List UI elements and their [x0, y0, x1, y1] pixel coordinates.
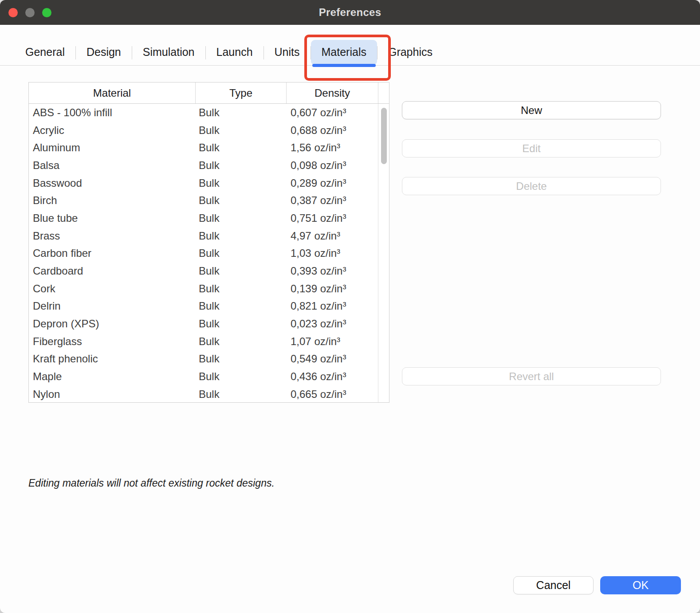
- cell-density: 1,56 oz/in³: [287, 141, 389, 154]
- revert-all-button[interactable]: Revert all: [402, 367, 661, 385]
- tab-launch[interactable]: Launch: [206, 40, 263, 65]
- table-row[interactable]: ABS - 100% infillBulk0,607 oz/in³: [29, 104, 389, 122]
- edit-button[interactable]: Edit: [402, 139, 661, 157]
- column-header-material: Material: [29, 83, 196, 103]
- column-header-type: Type: [196, 83, 287, 103]
- cell-material: Delrin: [29, 300, 196, 312]
- cell-type: Bulk: [196, 141, 287, 154]
- materials-note: Editing materials will not affect existi…: [28, 477, 275, 489]
- cell-density: 0,387 oz/in³: [287, 194, 389, 207]
- tab-bar: GeneralDesignSimulationLaunchUnitsMateri…: [0, 25, 700, 66]
- minimize-icon[interactable]: [25, 8, 35, 17]
- table-row[interactable]: NylonBulk0,665 oz/in³: [29, 385, 389, 402]
- cell-material: Blue tube: [29, 212, 196, 224]
- cell-material: Brass: [29, 230, 196, 242]
- cell-material: Maple: [29, 370, 196, 383]
- tab-design[interactable]: Design: [76, 40, 132, 65]
- cell-type: Bulk: [196, 159, 287, 172]
- window-title: Preferences: [319, 6, 381, 19]
- delete-button[interactable]: Delete: [402, 177, 661, 195]
- table-row[interactable]: BirchBulk0,387 oz/in³: [29, 192, 389, 209]
- cell-material: Balsa: [29, 159, 196, 172]
- cell-material: Basswood: [29, 177, 196, 189]
- tab-units[interactable]: Units: [264, 40, 311, 65]
- cell-density: 0,436 oz/in³: [287, 370, 389, 383]
- cell-type: Bulk: [196, 212, 287, 224]
- close-icon[interactable]: [8, 8, 18, 17]
- cell-material: Cork: [29, 283, 196, 295]
- header-scrollbar-corner: [378, 83, 389, 103]
- cell-material: Nylon: [29, 388, 196, 401]
- cell-material: Carbon fiber: [29, 247, 196, 259]
- cell-type: Bulk: [196, 300, 287, 312]
- cell-density: 1,03 oz/in³: [287, 247, 389, 259]
- table-row[interactable]: Carbon fiberBulk1,03 oz/in³: [29, 245, 389, 263]
- table-scrollbar[interactable]: [378, 104, 389, 402]
- cancel-button[interactable]: Cancel: [513, 576, 594, 594]
- tab-simulation[interactable]: Simulation: [132, 40, 205, 65]
- table-row[interactable]: Depron (XPS)Bulk0,023 oz/in³: [29, 315, 389, 333]
- table-header-row: Material Type Density: [29, 83, 389, 104]
- cell-type: Bulk: [196, 318, 287, 330]
- traffic-lights: [8, 8, 51, 17]
- cell-material: Fiberglass: [29, 335, 196, 348]
- cell-type: Bulk: [196, 194, 287, 207]
- cell-density: 0,098 oz/in³: [287, 159, 389, 172]
- table-row[interactable]: BasswoodBulk0,289 oz/in³: [29, 174, 389, 192]
- preferences-window: Preferences GeneralDesignSimulationLaunc…: [0, 0, 700, 613]
- cell-type: Bulk: [196, 353, 287, 365]
- table-row[interactable]: Kraft phenolicBulk0,549 oz/in³: [29, 350, 389, 368]
- cell-density: 0,688 oz/in³: [287, 124, 389, 137]
- cell-density: 4,97 oz/in³: [287, 230, 389, 242]
- cell-material: Aluminum: [29, 141, 196, 154]
- table-row[interactable]: BrassBulk4,97 oz/in³: [29, 227, 389, 245]
- table-row[interactable]: MapleBulk0,436 oz/in³: [29, 368, 389, 385]
- cell-material: Depron (XPS): [29, 318, 196, 330]
- cell-density: 0,751 oz/in³: [287, 212, 389, 224]
- table-row[interactable]: CorkBulk0,139 oz/in³: [29, 280, 389, 298]
- cell-type: Bulk: [196, 124, 287, 137]
- cell-type: Bulk: [196, 106, 287, 119]
- cell-density: 0,549 oz/in³: [287, 353, 389, 365]
- tab-graphics[interactable]: Graphics: [378, 40, 443, 65]
- scrollbar-thumb[interactable]: [381, 108, 387, 164]
- title-bar: Preferences: [0, 0, 700, 25]
- cell-type: Bulk: [196, 283, 287, 295]
- materials-table: Material Type Density ABS - 100% infillB…: [28, 82, 389, 403]
- table-row[interactable]: CardboardBulk0,393 oz/in³: [29, 262, 389, 280]
- zoom-icon[interactable]: [42, 8, 51, 17]
- tab-materials[interactable]: Materials: [311, 40, 377, 65]
- table-row[interactable]: Blue tubeBulk0,751 oz/in³: [29, 209, 389, 227]
- cell-type: Bulk: [196, 388, 287, 401]
- table-row[interactable]: FiberglassBulk1,07 oz/in³: [29, 333, 389, 350]
- cell-density: 0,023 oz/in³: [287, 318, 389, 330]
- ok-button[interactable]: OK: [600, 576, 681, 594]
- cell-density: 0,393 oz/in³: [287, 265, 389, 277]
- cell-density: 0,139 oz/in³: [287, 283, 389, 295]
- cell-type: Bulk: [196, 370, 287, 383]
- cell-material: Birch: [29, 194, 196, 207]
- tab-general[interactable]: General: [15, 40, 75, 65]
- cell-type: Bulk: [196, 265, 287, 277]
- cell-density: 0,821 oz/in³: [287, 300, 389, 312]
- cell-type: Bulk: [196, 247, 287, 259]
- cell-type: Bulk: [196, 335, 287, 348]
- cell-type: Bulk: [196, 177, 287, 189]
- cell-material: ABS - 100% infill: [29, 106, 196, 119]
- cell-density: 0,289 oz/in³: [287, 177, 389, 189]
- table-row[interactable]: AluminumBulk1,56 oz/in³: [29, 139, 389, 157]
- cell-type: Bulk: [196, 230, 287, 242]
- cell-density: 1,07 oz/in³: [287, 335, 389, 348]
- table-row[interactable]: BalsaBulk0,098 oz/in³: [29, 157, 389, 174]
- column-header-density: Density: [287, 83, 378, 103]
- cell-density: 0,607 oz/in³: [287, 106, 389, 119]
- cell-material: Acrylic: [29, 124, 196, 137]
- cell-material: Kraft phenolic: [29, 353, 196, 365]
- new-button[interactable]: New: [402, 101, 661, 119]
- table-row[interactable]: AcrylicBulk0,688 oz/in³: [29, 122, 389, 139]
- table-row[interactable]: DelrinBulk0,821 oz/in³: [29, 298, 389, 315]
- cell-density: 0,665 oz/in³: [287, 388, 389, 401]
- cell-material: Cardboard: [29, 265, 196, 277]
- materials-table-body: ABS - 100% infillBulk0,607 oz/in³Acrylic…: [29, 104, 389, 402]
